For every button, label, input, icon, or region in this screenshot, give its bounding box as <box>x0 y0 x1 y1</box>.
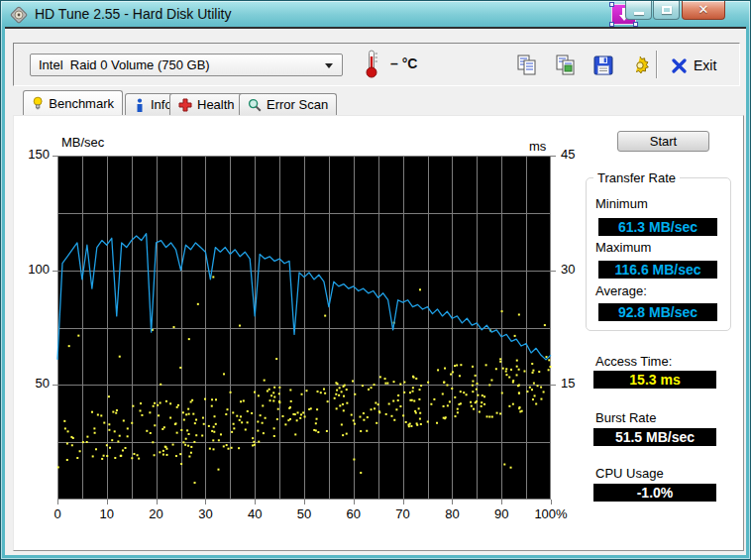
options-button[interactable] <box>626 52 654 79</box>
axis-tick-label: 90 <box>482 507 521 521</box>
toolbar-separator <box>656 51 657 78</box>
magnifier-icon <box>248 98 262 112</box>
toolbar: Intel Raid 0 Volume (750 GB) – °C <box>13 43 740 86</box>
minimize-icon <box>634 12 644 15</box>
tab-health[interactable]: Health <box>169 93 244 115</box>
chevron-down-icon <box>325 63 333 68</box>
tab-label: Error Scan <box>267 97 328 112</box>
copy-image-icon <box>554 54 578 77</box>
axis-tick-label: 100% <box>531 507 571 521</box>
axis-tick-label: 80 <box>432 507 472 521</box>
burst-rate-value: 51.5 MB/sec <box>593 428 716 446</box>
average-label: Average: <box>595 283 647 298</box>
minimize-button[interactable] <box>625 1 652 20</box>
burst-rate-label: Burst Rate <box>595 410 656 425</box>
copy-icon <box>515 54 539 77</box>
axis-tick-label: 60 <box>334 507 374 521</box>
hd-tune-window: HD Tune 2.55 - Hard Disk Utility ✕ Intel… <box>0 0 751 560</box>
tab-label: Health <box>197 97 235 112</box>
axis-tick-label: 70 <box>383 507 423 521</box>
axis-tick-label: 20 <box>137 507 176 521</box>
close-button[interactable]: ✕ <box>682 1 725 20</box>
benchmark-chart <box>52 150 557 505</box>
info-icon <box>134 98 146 112</box>
window-title: HD Tune 2.55 - Hard Disk Utility <box>35 6 231 22</box>
maximum-label: Maximum <box>595 240 651 255</box>
axis-tick-label: 30 <box>185 507 225 521</box>
lightbulb-icon <box>32 96 44 111</box>
axis-tick-label: 30 <box>561 263 575 277</box>
axis-tick-label: 40 <box>235 507 274 521</box>
health-cross-icon <box>178 98 192 112</box>
maximum-value: 116.6 MB/sec <box>598 261 717 279</box>
axis-tick-label: 45 <box>561 148 575 162</box>
save-screenshot-button[interactable] <box>590 52 617 79</box>
tab-benchmark[interactable]: Benchmark <box>23 90 123 115</box>
axis-tick-label: 15 <box>561 377 575 391</box>
copy-text-button[interactable] <box>513 52 541 79</box>
selection-handle <box>609 2 614 7</box>
drive-select[interactable]: Intel Raid 0 Volume (750 GB) <box>30 54 343 76</box>
options-gear-icon <box>628 54 652 77</box>
access-time-value: 15.3 ms <box>593 371 716 389</box>
copy-screenshot-button[interactable] <box>552 52 580 79</box>
axis-tick-label: 10 <box>87 507 127 521</box>
exit-x-icon <box>672 58 687 73</box>
exit-button[interactable]: Exit <box>668 52 720 79</box>
minimum-value: 61.3 MB/sec <box>598 218 717 236</box>
maximize-button[interactable] <box>653 1 680 20</box>
minimum-label: Minimum <box>595 196 648 211</box>
axis-tick-label: 50 <box>284 507 324 521</box>
app-icon <box>10 6 28 24</box>
exit-label: Exit <box>694 57 716 73</box>
axis-tick-label: 100 <box>16 263 50 277</box>
temperature-reading: – °C <box>390 56 417 71</box>
left-axis-unit-label: MB/sec <box>61 135 104 150</box>
transfer-rate-group: Transfer Rate Minimum 61.3 MB/sec Maximu… <box>586 177 731 331</box>
benchmark-panel: MB/sec ms Start Transfer Rate Minimum 61… <box>13 115 744 551</box>
group-title: Transfer Rate <box>593 170 680 185</box>
axis-tick-label: 150 <box>16 148 50 162</box>
close-icon: ✕ <box>683 2 724 17</box>
thermometer-icon <box>363 48 380 79</box>
titlebar: HD Tune 2.55 - Hard Disk Utility ✕ <box>1 1 750 29</box>
tab-error-scan[interactable]: Error Scan <box>239 93 337 115</box>
average-value: 92.8 MB/sec <box>598 303 717 321</box>
tab-label: Benchmark <box>49 96 114 111</box>
cpu-usage-value: -1.0% <box>593 484 716 502</box>
drive-select-value: Intel Raid 0 Volume (750 GB) <box>39 57 210 72</box>
cpu-usage-label: CPU Usage <box>595 466 664 481</box>
client-area: Intel Raid 0 Volume (750 GB) – °C <box>5 27 746 555</box>
maximize-icon <box>662 6 672 14</box>
axis-tick-label: 0 <box>38 507 77 521</box>
start-button[interactable]: Start <box>617 131 709 152</box>
save-icon <box>591 54 615 77</box>
access-time-label: Access Time: <box>595 354 672 369</box>
axis-tick-label: 50 <box>16 377 50 391</box>
